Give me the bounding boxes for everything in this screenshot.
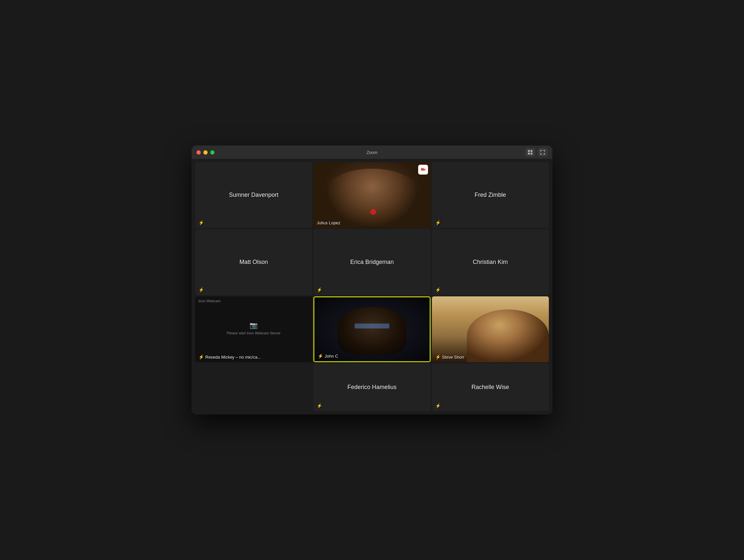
mic-muted-icon: ⚡	[317, 403, 322, 408]
svg-rect-2	[528, 153, 530, 155]
mic-muted-icon: ⚡	[198, 354, 204, 360]
webcam-message: Please start Iriun Webcam Server	[227, 331, 281, 335]
tile-julius-lopez: Julius Lopez	[313, 162, 430, 228]
john-name: John C	[325, 354, 338, 359]
participant-label-steve: ⚡ Steve Shorr	[435, 354, 465, 360]
webcam-placeholder-text: 📷 Please start Iriun Webcam Server	[227, 321, 281, 335]
traffic-lights	[196, 150, 215, 155]
tile-fred-zimble: Fred Zimble ⚡	[432, 162, 549, 228]
participant-name: Fred Zimble	[475, 192, 506, 198]
fullscreen-button[interactable]	[538, 148, 548, 156]
steve-person	[467, 309, 549, 362]
zoom-window: Zoom Sumner Davenport	[192, 146, 552, 414]
mic-muted-icon: ⚡	[435, 354, 441, 360]
svg-rect-0	[528, 150, 530, 152]
participant-label-john: ⚡ John C	[318, 353, 338, 359]
reseda-name: Reseda Mickey – no mic/ca...	[205, 354, 261, 360]
tile-matt-olson: Matt Olson ⚡	[195, 229, 312, 295]
participant-name: Rachelle Wise	[472, 384, 509, 391]
mic-muted-icon: ⚡	[318, 353, 323, 359]
minimize-button[interactable]	[203, 150, 208, 155]
participant-label: ⚡	[198, 220, 204, 225]
zoom-badge	[418, 165, 428, 175]
tile-john-c: ⚡ John C	[313, 296, 430, 362]
participant-label-julius: Julius Lopez	[317, 220, 340, 225]
mic-muted-icon: ⚡	[435, 287, 441, 293]
participant-name: Sumner Davenport	[229, 192, 278, 198]
mic-muted-icon: ⚡	[317, 287, 322, 293]
webcam-icon: 📷	[227, 321, 281, 329]
participant-label: ⚡	[435, 220, 441, 225]
grid-icon	[527, 150, 533, 155]
fullscreen-icon	[540, 150, 545, 155]
participant-label: ⚡	[317, 403, 322, 408]
participant-label: ⚡	[435, 403, 441, 408]
tile-federico-hamelius: Federico Hamelius ⚡	[313, 364, 430, 411]
window-title: Zoom	[366, 150, 377, 155]
zoom-logo-icon	[419, 166, 427, 173]
maximize-button[interactable]	[210, 150, 215, 155]
mic-muted-icon: ⚡	[435, 403, 441, 408]
tile-christian-kim: Christian Kim ⚡	[432, 229, 549, 295]
webcam-app-label: Iriun Webcam	[198, 299, 221, 303]
participant-label: ⚡	[317, 287, 322, 293]
steve-name: Steve Shorr	[442, 354, 465, 360]
titlebar: Zoom	[192, 146, 552, 159]
grid-view-button[interactable]	[525, 148, 535, 156]
participant-name: Federico Hamelius	[347, 384, 397, 391]
tile-steve-shorr: ⚡ Steve Shorr	[432, 296, 549, 362]
julius-name: Julius Lopez	[317, 220, 340, 225]
svg-rect-1	[530, 150, 532, 152]
participant-name: Erica Bridgeman	[350, 259, 394, 266]
tile-sumner-davenport: Sumner Davenport ⚡	[195, 162, 312, 228]
participant-name: Christian Kim	[473, 259, 508, 266]
participant-name: Matt Olson	[239, 259, 268, 266]
mic-muted-icon: ⚡	[198, 220, 204, 225]
mic-muted-icon: ⚡	[198, 287, 204, 293]
participant-label: ⚡	[198, 287, 204, 293]
mic-prop	[370, 209, 376, 215]
tile-reseda-mickey: Iriun Webcam 📷 Please start Iriun Webcam…	[195, 296, 312, 362]
video-grid-container: Sumner Davenport ⚡	[192, 159, 552, 414]
tile-rachelle-wise: Rachelle Wise ⚡	[432, 364, 549, 411]
participant-label: ⚡	[435, 287, 441, 293]
person-silhouette	[325, 169, 419, 228]
empty-bottom-left	[195, 364, 312, 411]
mic-muted-icon: ⚡	[435, 220, 441, 225]
john-glasses	[355, 324, 389, 329]
participant-label: ⚡ Reseda Mickey – no mic/ca...	[198, 354, 261, 360]
close-button[interactable]	[196, 150, 201, 155]
tile-erica-bridgeman: Erica Bridgeman ⚡	[313, 229, 430, 295]
svg-rect-3	[530, 153, 532, 155]
john-face	[338, 307, 407, 354]
titlebar-controls	[525, 148, 548, 156]
